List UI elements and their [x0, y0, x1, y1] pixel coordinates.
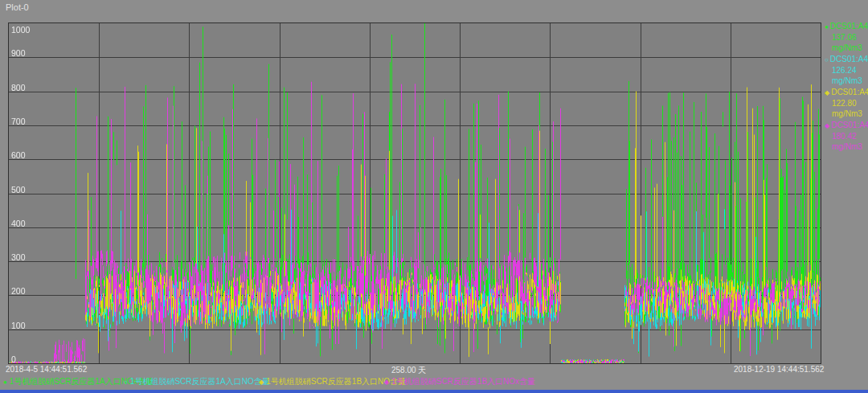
trend-plot-area[interactable]: 10009008007006005004003002001000: [8, 23, 821, 364]
pen-marker-icon: ●: [3, 379, 7, 386]
legend-entry[interactable]: ○1号机组脱硝SCR反应器1A入口NO含量: [124, 376, 270, 387]
pen-value-panel: ●DCS01:A4 137.06 mg/Nm3 ○DCS01:A4 126.24…: [825, 21, 868, 158]
trend-canvas[interactable]: [9, 23, 821, 363]
pen-entry[interactable]: ○DCS01:A4 126.24 mg/Nm3: [825, 54, 868, 86]
y-tick-label: 0: [11, 354, 16, 364]
pen-tag: DCS01:A4: [830, 22, 868, 31]
pen-tag: DCS01:A4: [831, 121, 868, 129]
legend-entry[interactable]: ◆1号机组脱硝SCR反应器1B入口NOx含量: [384, 376, 535, 387]
pen-tag: DCS01:A4: [831, 88, 868, 96]
y-tick-label: 700: [11, 117, 26, 126]
x-axis-row: 2018-4-5 14:44:51.562 258.00 天 2018-12-1…: [0, 365, 868, 375]
pen-marker-icon: ◆: [825, 89, 829, 96]
pen-marker-icon: ○: [124, 379, 128, 386]
pen-entry[interactable]: ◆DCS01:A4 122.80 mg/Nm3: [825, 87, 868, 119]
pen-marker-icon: ◆: [259, 379, 264, 386]
y-tick-label: 500: [11, 185, 26, 194]
pen-marker-icon: ●: [825, 23, 829, 31]
pen-marker-icon: ◆: [825, 122, 829, 129]
pen-value: 126.24: [825, 65, 868, 76]
y-tick-label: 200: [11, 286, 26, 296]
pen-unit: mg/Nm3: [825, 108, 868, 119]
pen-marker-icon: ○: [825, 56, 829, 63]
pen-legend-row: ●1号机组脱硝SCR反应器1A入口NOx含量 ○1号机组脱硝SCR反应器1A入口…: [0, 376, 868, 388]
bottom-window-edge: [0, 390, 868, 393]
y-tick-label: 800: [11, 83, 26, 92]
legend-entry-label: 1号机组脱硝SCR反应器1A入口NO含量: [130, 377, 270, 386]
pen-unit: mg/Nm3: [825, 141, 868, 152]
x-axis-end-timestamp: 2018-12-19 14:44:51.562: [734, 365, 824, 374]
x-axis-start-timestamp: 2018-4-5 14:44:51.562: [6, 365, 87, 374]
y-tick-label: 1000: [11, 25, 30, 35]
y-tick-label: 600: [11, 150, 26, 160]
plot-title: Plot-0: [6, 2, 29, 12]
y-tick-label: 100: [11, 321, 26, 330]
y-tick-label: 900: [11, 48, 26, 58]
pen-entry[interactable]: ●DCS01:A4 137.06 mg/Nm3: [825, 21, 868, 53]
pen-value: 180.42: [825, 131, 868, 141]
pen-unit: mg/Nm3: [825, 43, 868, 53]
pen-value: 122.80: [825, 98, 868, 108]
y-tick-label: 400: [11, 219, 26, 228]
pen-value: 137.06: [825, 32, 868, 43]
pen-entry[interactable]: ◆DCS01:A4 180.42 mg/Nm3: [825, 120, 868, 152]
legend-entry-label: 1号机组脱硝SCR反应器1B入口NOx含量: [391, 377, 535, 386]
pen-marker-icon: ◆: [384, 379, 389, 386]
x-axis-span-label: 258.00 天: [391, 365, 426, 376]
y-tick-label: 300: [11, 252, 26, 262]
pen-unit: mg/Nm3: [825, 76, 868, 86]
pen-tag: DCS01:A4: [830, 55, 868, 63]
